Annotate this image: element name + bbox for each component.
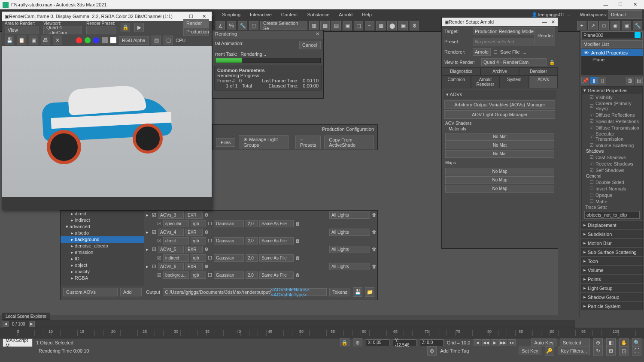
aov-tree[interactable]: ▸ direct ▸ indirect ▾ advanced ▸ albedo …	[61, 211, 144, 286]
print-icon[interactable]: 🖶	[41, 36, 50, 45]
map-slot-1[interactable]: No Map	[445, 168, 554, 175]
mirror-icon[interactable]: ▥	[309, 21, 319, 30]
blue-dot[interactable]	[93, 37, 99, 43]
hier-tab-icon[interactable]: □	[599, 21, 609, 30]
user-label[interactable]: lee.griggsGT ...	[538, 12, 571, 17]
tab-aovs[interactable]: AOVs	[529, 75, 558, 88]
tokens-btn[interactable]: Tokens	[329, 288, 350, 296]
folder-icon[interactable]: 📁	[365, 287, 374, 297]
minimize-button[interactable]: —	[599, 1, 612, 9]
r-displacement[interactable]: ▸ Displacement	[582, 221, 642, 229]
create-tab-icon[interactable]: +	[577, 21, 586, 30]
keymode-dropdown[interactable]: Selected	[560, 338, 590, 347]
copy-icon[interactable]: 📋	[17, 36, 26, 45]
r-shadowgroup[interactable]: ▸ Shadow Group	[582, 293, 642, 301]
slider-next[interactable]: ▶	[29, 321, 35, 327]
renderer-dropdown[interactable]: Arnold	[473, 48, 491, 56]
nav7-icon[interactable]: ◲	[619, 346, 629, 356]
area-dropdown[interactable]: View	[5, 26, 39, 34]
r-lightgroup[interactable]: ▸ Light Group	[582, 284, 642, 292]
map-slot-2[interactable]: No Map	[445, 176, 554, 184]
tool-icon[interactable]: ▣	[343, 21, 352, 30]
keyfilters-btn[interactable]: Key Filters...	[558, 347, 590, 355]
nextframe-icon[interactable]: ▶▶	[499, 339, 507, 346]
setkey-btn[interactable]: Set Key	[519, 347, 541, 355]
tab-common[interactable]: Common	[442, 75, 471, 88]
wrench-icon[interactable]: 🔧	[238, 21, 247, 30]
vtr-lock-icon[interactable]: 🔒	[549, 60, 555, 65]
showend-icon[interactable]: ▮	[590, 77, 598, 84]
tab-diagnostics[interactable]: Diagnostics	[442, 67, 480, 75]
r-particle[interactable]: ▸ Particle System	[582, 302, 642, 310]
save-icon[interactable]: 💾	[5, 36, 14, 45]
tool2-icon[interactable]: ▢	[354, 21, 363, 30]
slider-prev[interactable]: ◀	[3, 321, 9, 327]
autokey-btn[interactable]: Auto Key	[531, 338, 556, 347]
maximize-button[interactable]: ☐	[614, 1, 627, 9]
preset-dropdown[interactable]	[86, 26, 116, 34]
rs-min[interactable]: —	[542, 19, 547, 24]
gotostart-icon[interactable]: ⏮	[474, 339, 481, 346]
angle-icon[interactable]: ∡	[216, 21, 225, 30]
modifier-stack[interactable]: 👁Arnold Properties Plane	[581, 49, 643, 75]
curve-icon[interactable]: ~	[365, 21, 374, 30]
clone-icon[interactable]: ▣	[29, 36, 38, 45]
lock-sel-icon[interactable]: 🔒	[340, 338, 349, 347]
key-icon[interactable]: 🔑	[545, 346, 554, 356]
general-rollout[interactable]: ▾ General Properties	[582, 87, 642, 94]
remove-icon[interactable]: 🗑	[626, 77, 634, 84]
mat-slot-2[interactable]: No Mat	[445, 142, 554, 149]
tag-icon[interactable]: ⊕	[427, 346, 437, 356]
mlg-btn[interactable]: ☀ Manage Light Groups	[239, 135, 289, 149]
timeline[interactable]: 5101520253035404550556065707580859095100	[0, 328, 644, 338]
stack-plane[interactable]: Plane	[592, 57, 605, 62]
config-icon[interactable]: ▤	[635, 77, 643, 84]
rs-render-button[interactable]: Render	[535, 27, 555, 44]
r-volume[interactable]: ▸ Volume	[582, 266, 642, 274]
menu-help[interactable]: Help	[358, 11, 376, 18]
eye-icon[interactable]: 👁	[584, 50, 589, 55]
maxscript-min[interactable]: MAXScript Mi	[3, 338, 33, 347]
render-view[interactable]	[2, 46, 212, 197]
vtr-dropdown[interactable]: Quad 4 - RenderCam	[481, 58, 547, 66]
mat-slot-3[interactable]: No Mat	[445, 150, 554, 158]
util-tab-icon[interactable]: 🔧	[633, 21, 642, 30]
savefile-cb[interactable]: ☐	[493, 49, 498, 55]
aovs-rollout[interactable]: ▾ AOVs	[444, 90, 556, 99]
time-slider[interactable]: ◀ 0 / 100 ▶	[3, 320, 575, 328]
r-subdivision[interactable]: ▸ Subdivision	[582, 230, 642, 238]
cancel-button[interactable]: Cancel	[299, 41, 321, 49]
mat-slot-1[interactable]: No Mat	[445, 133, 554, 141]
r-motionblur[interactable]: ▸ Motion Blur	[582, 239, 642, 247]
savefile-btn[interactable]: ...	[522, 49, 526, 54]
play-icon[interactable]: ▶	[491, 339, 498, 346]
lock-icon[interactable]: 🔒	[121, 23, 130, 32]
nav6-icon[interactable]: ⊞	[606, 346, 616, 356]
modlist-dropdown[interactable]: Modifier List	[583, 42, 609, 47]
files-btn[interactable]: Files	[216, 138, 235, 147]
viewport-dropdown[interactable]: Quad 4 ...derCam	[43, 26, 82, 34]
g-aov3[interactable]: AOVs_3	[158, 211, 184, 219]
selset-dropdown[interactable]: Create Selection Se	[260, 21, 307, 30]
coord-z[interactable]: Z: 0,0	[420, 339, 444, 346]
menu-arnold[interactable]: Arnold	[334, 11, 357, 18]
gotoend-icon[interactable]: ⏭	[508, 339, 516, 346]
rf-titlebar[interactable]: ▣ RenderCam, frame 0, Display Gamma: 2.2…	[2, 12, 212, 21]
object-name[interactable]: Plane002	[583, 33, 604, 38]
menu-scripting[interactable]: Scripting	[218, 11, 245, 18]
schematic-icon[interactable]: ▦	[376, 21, 386, 30]
render-button[interactable]: Render	[183, 19, 209, 27]
coord-y[interactable]: Y: -12,546	[393, 339, 416, 346]
addtag-btn[interactable]: Add Time Tag	[440, 348, 469, 353]
menu-substance[interactable]: Substance	[303, 11, 334, 18]
percent-icon[interactable]: %	[227, 21, 236, 30]
tab-denoiser[interactable]: Denoiser	[519, 67, 558, 75]
tab-system[interactable]: System	[500, 75, 529, 88]
tracesets-field[interactable]: objects_not_to_clip	[586, 212, 627, 217]
output-path[interactable]: C:/Users/lgriggs/Documents/3dsMax/render…	[163, 288, 327, 296]
menu-interactive[interactable]: Interactive	[246, 11, 276, 18]
aov-mgr-button[interactable]: Arbitrary Output Variables (AOVs) Manage…	[444, 100, 555, 109]
rf-render-icon[interactable]: ▶	[134, 23, 144, 32]
tab-arnoldrenderer[interactable]: Arnold Renderer	[471, 75, 500, 88]
coord-x[interactable]: X: 0,05	[366, 339, 389, 346]
